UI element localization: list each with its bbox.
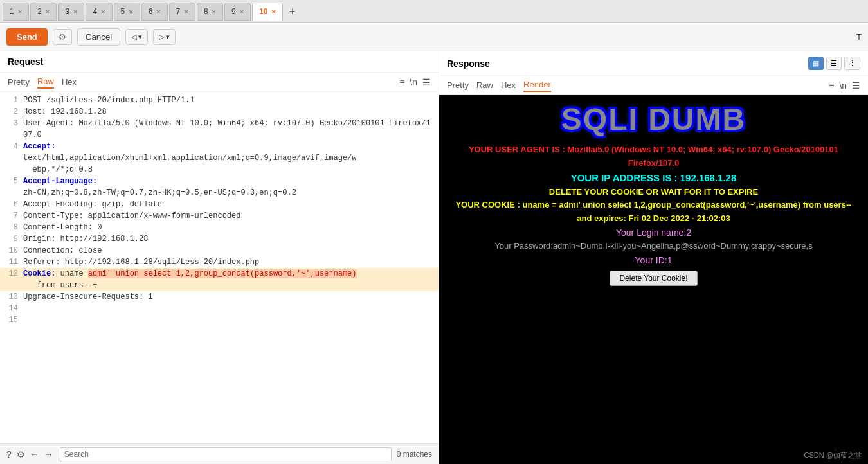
wrap-icon[interactable]: ≡ <box>399 77 404 87</box>
code-line-13: 13 Upgrade-Insecure-Requests: 1 <box>0 291 439 303</box>
search-input[interactable] <box>59 447 392 461</box>
request-tab-pretty[interactable]: Pretty <box>8 76 30 88</box>
response-tab-pretty[interactable]: Pretty <box>447 79 469 91</box>
grid-view-icon[interactable]: ▦ <box>808 57 824 70</box>
gear-icon: ⚙ <box>59 32 66 42</box>
tab-5[interactable]: 5 × <box>114 3 140 21</box>
render-content: YOUR USER AGENT IS : Mozilla/5.0 (Window… <box>439 140 868 289</box>
code-line-4: 4 Accept: <box>0 141 439 152</box>
tab-2[interactable]: 2 × <box>30 3 57 21</box>
forward-bottom-icon[interactable]: → <box>44 449 53 460</box>
tab-add-button[interactable]: + <box>284 3 300 21</box>
code-line-3: 3 User-Agent: Mozilla/5.0 (Windows NT 10… <box>0 118 439 141</box>
tab-5-label: 5 <box>121 7 125 16</box>
toolbar: Send ⚙ Cancel ◁ ▾ ▷ ▾ T <box>0 23 868 51</box>
delete-cookie-button[interactable]: Delete Your Cookie! <box>610 271 697 286</box>
tab-7-label: 7 <box>176 7 181 16</box>
toolbar-right-label: T <box>856 32 862 42</box>
tab-7[interactable]: 7 × <box>169 3 195 21</box>
tab-1[interactable]: 1 × <box>3 3 29 21</box>
code-line-5b: zh-CN,zh;q=0.8,zh-TW;q=0.7,zh-HK;q=0.5,e… <box>0 187 439 199</box>
resp-newline-icon[interactable]: \n <box>839 80 847 91</box>
forward-button[interactable]: ▷ ▾ <box>153 29 176 45</box>
login-name-text: Your Login name:2 <box>452 226 855 240</box>
render-area: SQLI DUMB YOUR USER AGENT IS : Mozilla/5… <box>439 95 868 464</box>
cancel-button[interactable]: Cancel <box>77 28 121 46</box>
request-title: Request <box>0 51 439 73</box>
tab-10[interactable]: 10 × <box>252 3 283 21</box>
response-title: Response <box>447 58 808 69</box>
chevron-left-icon: ◁ ▾ <box>131 33 142 40</box>
code-line-6: 6 Accept-Encoding: gzip, deflate <box>0 199 439 210</box>
tab-3-label: 3 <box>65 7 69 16</box>
response-tab-render[interactable]: Render <box>523 78 551 92</box>
menu-icon[interactable]: ☰ <box>422 77 431 87</box>
main-content: Request Pretty Raw Hex ≡ \n ☰ 1 POST /sq… <box>0 51 868 464</box>
code-line-11: 11 Referer: http://192.168.1.28/sqli/Les… <box>0 256 439 268</box>
resp-menu-icon[interactable]: ☰ <box>852 80 860 91</box>
match-count: 0 matches <box>397 450 432 459</box>
help-icon[interactable]: ? <box>6 449 12 460</box>
response-header-row: Response ▦ ☰ ⋮ <box>439 51 868 76</box>
settings-bottom-icon[interactable]: ⚙ <box>17 449 25 460</box>
code-line-9: 9 Origin: http://192.168.1.28 <box>0 233 439 245</box>
tab-7-close[interactable]: × <box>184 8 188 15</box>
code-line-1: 1 POST /sqli/Less-20/index.php HTTP/1.1 <box>0 94 439 106</box>
resp-wrap-icon[interactable]: ≡ <box>829 80 834 91</box>
tab-6-close[interactable]: × <box>156 8 160 15</box>
tab-6-label: 6 <box>149 7 153 16</box>
tab-1-close[interactable]: × <box>18 8 22 15</box>
tab-9-close[interactable]: × <box>240 8 244 15</box>
view-icons: ▦ ☰ ⋮ <box>808 57 860 70</box>
tab-1-label: 1 <box>10 7 14 16</box>
request-bottom-bar: ? ⚙ ← → 0 matches <box>0 443 439 464</box>
request-panel: Request Pretty Raw Hex ≡ \n ☰ 1 POST /sq… <box>0 51 439 464</box>
tab-4[interactable]: 4 × <box>86 3 112 21</box>
back-button[interactable]: ◁ ▾ <box>125 29 148 45</box>
code-line-15: 15 <box>0 314 439 326</box>
tab-4-label: 4 <box>93 7 97 16</box>
tab-3-close[interactable]: × <box>73 8 77 15</box>
response-tab-raw[interactable]: Raw <box>476 79 493 91</box>
ip-text: YOUR IP ADDRESS IS : 192.168.1.28 <box>452 170 855 186</box>
more-view-icon[interactable]: ⋮ <box>844 57 860 70</box>
cookie-warning-text: DELETE YOUR COOKIE OR WAIT FOR IT TO EXP… <box>452 186 855 199</box>
code-line-12: 12 Cookie: uname=admi' union select 1,2,… <box>0 268 439 291</box>
tab-4-close[interactable]: × <box>101 8 105 15</box>
watermark: CSDN @伽蓝之堂 <box>804 451 862 460</box>
tab-5-close[interactable]: × <box>129 8 132 15</box>
code-line-10: 10 Connection: close <box>0 245 439 256</box>
tab-3[interactable]: 3 × <box>58 3 84 21</box>
chevron-right-icon: ▷ ▾ <box>159 33 170 40</box>
tab-8-close[interactable]: × <box>212 8 216 15</box>
newline-icon[interactable]: \n <box>410 77 417 87</box>
request-code-area[interactable]: 1 POST /sqli/Less-20/index.php HTTP/1.1 … <box>0 92 439 443</box>
code-line-2: 2 Host: 192.168.1.28 <box>0 106 439 118</box>
tab-10-close[interactable]: × <box>271 8 275 15</box>
tab-bar: 1 × 2 × 3 × 4 × 5 × 6 × 7 × 8 × 9 × 10 ×… <box>0 0 868 23</box>
tab-6[interactable]: 6 × <box>141 3 168 21</box>
tab-9[interactable]: 9 × <box>224 3 251 21</box>
settings-button[interactable]: ⚙ <box>53 29 72 45</box>
send-button[interactable]: Send <box>6 28 48 46</box>
list-view-icon[interactable]: ☰ <box>826 57 842 70</box>
tab-10-label: 10 <box>259 7 267 16</box>
response-panel: Response ▦ ☰ ⋮ Pretty Raw Hex Render ≡ \… <box>439 51 868 464</box>
request-tab-hex[interactable]: Hex <box>62 76 77 88</box>
request-tab-raw[interactable]: Raw <box>37 75 54 89</box>
tab-8[interactable]: 8 × <box>197 3 223 21</box>
back-bottom-icon[interactable]: ← <box>30 449 39 460</box>
code-line-4b: text/html,application/xhtml+xml,applicat… <box>0 152 439 175</box>
user-agent-text: YOUR USER AGENT IS : Mozilla/5.0 (Window… <box>452 143 855 170</box>
cookie-value-text: YOUR COOKIE : uname = admi' union select… <box>452 199 855 226</box>
password-text: Your Password:admin~Dumb,I-kill-you~Ange… <box>452 240 855 253</box>
code-line-5: 5 Accept-Language: <box>0 175 439 187</box>
sqli-header: SQLI DUMB <box>439 95 868 140</box>
code-line-14: 14 <box>0 303 439 314</box>
tab-2-close[interactable]: × <box>46 8 50 15</box>
response-format-tabs: Pretty Raw Hex Render ≡ \n ☰ <box>439 76 868 95</box>
tab-8-label: 8 <box>204 7 208 16</box>
code-line-8: 8 Content-Length: 0 <box>0 222 439 233</box>
code-line-7: 7 Content-Type: application/x-www-form-u… <box>0 210 439 222</box>
response-tab-hex[interactable]: Hex <box>501 79 516 91</box>
